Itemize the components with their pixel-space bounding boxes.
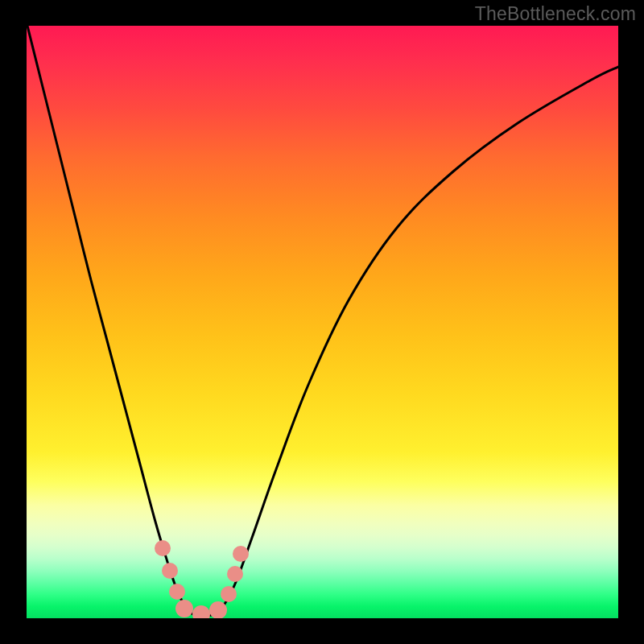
- marker-base-2: [192, 605, 210, 618]
- marker-left-1: [155, 540, 171, 556]
- marker-base-3: [209, 601, 227, 618]
- marker-right-3: [233, 546, 249, 562]
- marker-base-1: [175, 600, 193, 617]
- watermark-text: TheBottleneck.com: [475, 3, 636, 25]
- marker-group: [155, 540, 249, 618]
- marker-left-3: [169, 584, 185, 600]
- marker-right-2: [227, 566, 243, 582]
- bottleneck-curve: [27, 26, 618, 616]
- curve-group: [27, 26, 618, 616]
- chart-frame: TheBottleneck.com: [0, 0, 644, 644]
- marker-right-1: [221, 586, 237, 602]
- chart-svg: [27, 26, 618, 618]
- chart-plot-area: [27, 26, 618, 618]
- marker-left-2: [162, 563, 178, 579]
